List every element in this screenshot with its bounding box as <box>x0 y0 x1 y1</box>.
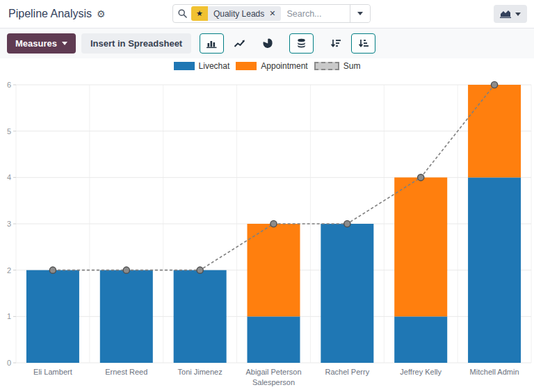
svg-text:Salesperson: Salesperson <box>252 378 295 386</box>
page-title: Pipeline Analysis <box>8 8 92 20</box>
line-chart-icon <box>234 39 245 48</box>
legend-swatch <box>314 62 339 70</box>
bar-chart-button[interactable] <box>200 33 224 54</box>
search-input[interactable] <box>281 9 350 19</box>
caret-down-icon <box>62 42 67 45</box>
svg-text:Ernest Reed: Ernest Reed <box>105 368 147 376</box>
gear-icon[interactable]: ⚙ <box>97 9 106 19</box>
svg-text:2: 2 <box>7 266 11 275</box>
svg-text:5: 5 <box>7 127 11 136</box>
svg-text:4: 4 <box>7 173 11 181</box>
caret-down-icon <box>357 12 363 15</box>
view-switcher-button[interactable] <box>494 5 527 23</box>
sort-descending-icon <box>330 39 341 49</box>
legend-label: Appointment <box>261 61 307 71</box>
pie-chart-button[interactable] <box>255 33 280 54</box>
svg-text:1: 1 <box>7 312 11 320</box>
search-facet[interactable]: ★ Quality Leads ✕ <box>191 6 281 21</box>
facet-remove-icon[interactable]: ✕ <box>269 9 275 18</box>
svg-text:Eli Lambert: Eli Lambert <box>33 368 72 376</box>
pipeline-chart[interactable]: 0123456Eli LambertErnest ReedToni Jimene… <box>0 76 534 392</box>
search-bar[interactable]: ★ Quality Leads ✕ <box>172 4 371 23</box>
pipeline-analysis-app: Pipeline Analysis ⚙ ★ Quality Leads ✕ <box>0 0 534 392</box>
area-chart-icon <box>500 10 511 18</box>
sort-ascending-icon <box>358 39 369 49</box>
pie-chart-icon <box>262 38 273 49</box>
search-icon <box>173 9 191 18</box>
legend-item-livechat[interactable]: Livechat <box>174 61 230 71</box>
insert-spreadsheet-button[interactable]: Insert in Spreadsheet <box>81 33 191 54</box>
search-dropdown-toggle[interactable] <box>350 5 370 22</box>
svg-text:Mitchell Admin: Mitchell Admin <box>470 368 519 376</box>
stacked-toggle-button[interactable] <box>289 33 314 54</box>
svg-text:Abigail Peterson: Abigail Peterson <box>245 368 301 376</box>
svg-text:6: 6 <box>7 81 11 89</box>
svg-text:Rachel Perry: Rachel Perry <box>325 368 370 376</box>
sort-ascending-button[interactable] <box>351 33 375 54</box>
sort-descending-button[interactable] <box>323 33 348 54</box>
control-panel-header: Pipeline Analysis ⚙ ★ Quality Leads ✕ <box>0 0 534 28</box>
legend-swatch <box>236 62 257 70</box>
stack-icon <box>296 38 307 49</box>
legend-item-appointment[interactable]: Appointment <box>236 61 307 71</box>
legend-item-sum[interactable]: Sum <box>314 61 361 71</box>
caret-down-icon <box>515 13 521 16</box>
legend-swatch <box>174 62 195 70</box>
svg-text:0: 0 <box>7 359 11 367</box>
toolbar: Measures Insert in Spreadsheet <box>0 28 534 58</box>
bar-chart-icon <box>206 39 218 49</box>
legend-label: Sum <box>343 61 361 71</box>
measures-button[interactable]: Measures <box>7 33 76 54</box>
svg-text:Toni Jimenez: Toni Jimenez <box>178 368 222 376</box>
line-chart-button[interactable] <box>227 33 252 54</box>
chart-legend: LivechatAppointmentSum <box>0 61 534 71</box>
legend-label: Livechat <box>199 61 230 71</box>
chart-area: LivechatAppointmentSum 0123456Eli Lamber… <box>0 58 534 392</box>
facet-label: Quality Leads <box>213 9 264 19</box>
svg-text:3: 3 <box>7 220 11 228</box>
favorite-star-icon: ★ <box>191 6 208 21</box>
svg-text:Jeffrey Kelly: Jeffrey Kelly <box>400 368 442 376</box>
